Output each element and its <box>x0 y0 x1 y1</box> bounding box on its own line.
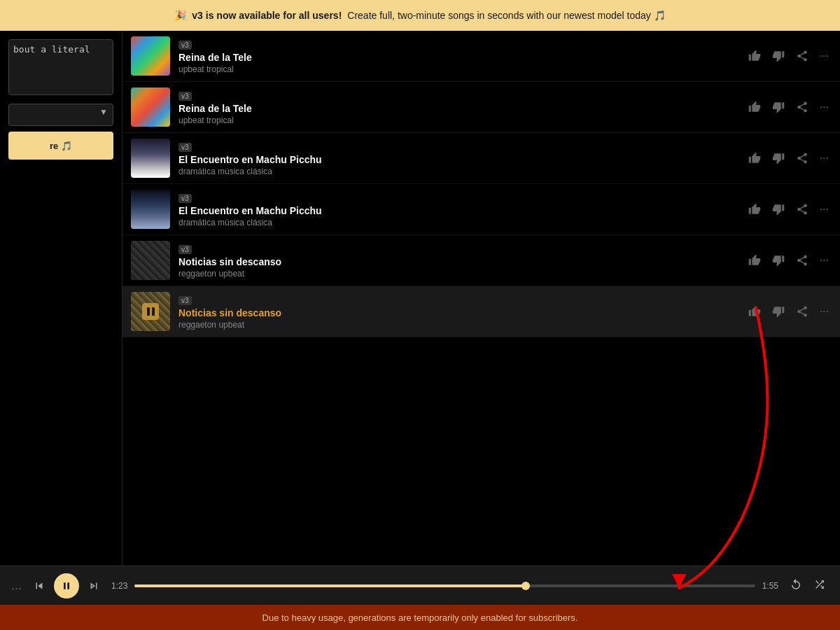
announcement-description: Create full, two-minute songs in seconds… <box>347 10 665 21</box>
main-layout: bout a literal ▼ re 🎵 v3Reina de la Tele… <box>0 31 840 566</box>
song-list: v3Reina de la Teleupbeat tropical···v3Re… <box>122 31 840 566</box>
like-button[interactable] <box>746 47 764 65</box>
more-button[interactable]: ··· <box>817 302 832 321</box>
current-time: 1:23 <box>111 581 127 591</box>
progress-section: 1:23 1:55 <box>111 581 778 591</box>
song-title: El Encuentro en Machu Picchu <box>178 205 737 216</box>
announcement-bold: v3 is now available for all users! <box>192 10 342 21</box>
song-info: v3Reina de la Teleupbeat tropical <box>178 38 737 74</box>
song-thumbnail <box>131 292 170 331</box>
prev-button[interactable] <box>30 577 48 595</box>
next-button[interactable] <box>85 577 103 595</box>
song-item-4[interactable]: v3El Encuentro en Machu Picchudramática … <box>122 184 840 235</box>
total-time: 1:55 <box>762 581 778 591</box>
share-button[interactable] <box>793 302 811 321</box>
dislike-button[interactable] <box>769 98 788 116</box>
song-thumbnail <box>131 88 170 127</box>
lyrics-input[interactable]: bout a literal <box>8 39 113 95</box>
song-genre: reggaeton upbeat <box>178 269 737 279</box>
share-button[interactable] <box>793 47 811 65</box>
song-title: El Encuentro en Machu Picchu <box>178 154 737 165</box>
song-genre: dramática música clásica <box>178 218 737 227</box>
song-item-6[interactable]: v3Noticias sin descansoreggaeton upbeat·… <box>122 286 840 337</box>
player-more-button[interactable]: ... <box>11 578 22 593</box>
more-button[interactable]: ··· <box>817 251 832 270</box>
song-item-1[interactable]: v3Reina de la Teleupbeat tropical··· <box>122 31 840 82</box>
song-genre: dramática música clásica <box>178 167 737 176</box>
announcement-banner: 🎉 v3 is now available for all users! Cre… <box>0 0 840 31</box>
song-actions: ··· <box>746 149 832 167</box>
like-button[interactable] <box>746 251 764 270</box>
song-thumbnail <box>131 241 170 280</box>
dislike-button[interactable] <box>769 200 788 218</box>
song-title: Noticias sin descanso <box>178 307 737 318</box>
song-info: v3El Encuentro en Machu Picchudramática … <box>178 191 737 227</box>
song-title: Reina de la Tele <box>178 103 737 114</box>
more-button[interactable]: ··· <box>817 47 832 65</box>
song-info: v3El Encuentro en Machu Picchudramática … <box>178 140 737 176</box>
song-title: Reina de la Tele <box>178 52 737 63</box>
song-thumbnail <box>131 190 170 229</box>
song-actions: ··· <box>746 200 832 218</box>
song-info: v3Noticias sin descansoreggaeton upbeat <box>178 242 737 279</box>
status-bar: Due to heavy usage, generations are temp… <box>0 605 840 630</box>
like-button[interactable] <box>746 302 764 321</box>
more-button[interactable]: ··· <box>817 200 832 218</box>
status-message: Due to heavy usage, generations are temp… <box>262 612 578 623</box>
player-bar: ... 1:23 1:55 <box>0 566 840 605</box>
dislike-button[interactable] <box>769 302 788 321</box>
more-button[interactable]: ··· <box>817 98 832 116</box>
like-button[interactable] <box>746 98 764 116</box>
song-item-3[interactable]: v3El Encuentro en Machu Picchudramática … <box>122 133 840 184</box>
song-actions: ··· <box>746 47 832 65</box>
song-genre: reggaeton upbeat <box>178 320 737 330</box>
song-genre: upbeat tropical <box>178 115 737 125</box>
share-button[interactable] <box>793 200 811 218</box>
more-button[interactable]: ··· <box>817 149 832 167</box>
song-item-5[interactable]: v3Noticias sin descansoreggaeton upbeat·… <box>122 235 840 286</box>
dislike-button[interactable] <box>769 251 788 270</box>
song-actions: ··· <box>746 302 832 321</box>
song-info: v3Reina de la Teleupbeat tropical <box>178 89 737 125</box>
like-button[interactable] <box>746 149 764 167</box>
song-info: v3Noticias sin descansoreggaeton upbeat <box>178 293 737 330</box>
song-genre: upbeat tropical <box>178 64 737 74</box>
share-button[interactable] <box>793 149 811 167</box>
song-actions: ··· <box>746 98 832 116</box>
player-extra <box>787 575 829 596</box>
share-button[interactable] <box>793 98 811 116</box>
create-button[interactable]: re 🎵 <box>8 132 113 160</box>
left-sidebar: bout a literal ▼ re 🎵 <box>0 31 122 566</box>
progress-bar[interactable] <box>134 584 755 587</box>
share-button[interactable] <box>793 251 811 270</box>
song-item-2[interactable]: v3Reina de la Teleupbeat tropical··· <box>122 82 840 133</box>
player-controls <box>30 573 103 598</box>
like-button[interactable] <box>746 200 764 218</box>
progress-thumb <box>522 582 530 590</box>
song-title: Noticias sin descanso <box>178 256 737 267</box>
dislike-button[interactable] <box>769 149 788 167</box>
song-thumbnail <box>131 36 170 76</box>
announcement-icon: 🎉 <box>174 10 186 21</box>
create-button-label: re 🎵 <box>50 141 72 151</box>
loop-button[interactable] <box>787 575 805 596</box>
dislike-button[interactable] <box>769 47 788 65</box>
shuffle-button[interactable] <box>811 575 829 596</box>
song-actions: ··· <box>746 251 832 270</box>
play-pause-button[interactable] <box>54 573 79 598</box>
progress-fill <box>134 584 525 587</box>
song-thumbnail <box>131 139 170 178</box>
style-select[interactable] <box>8 104 113 126</box>
